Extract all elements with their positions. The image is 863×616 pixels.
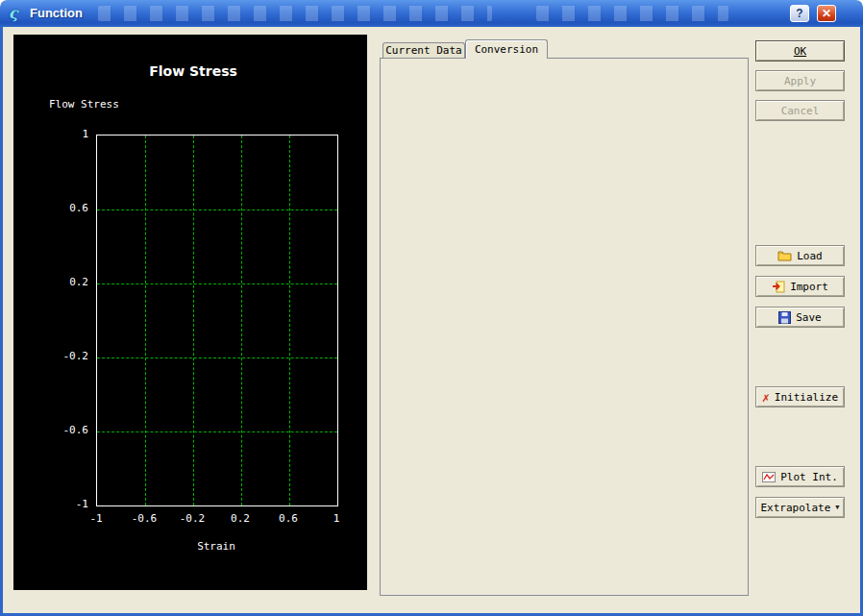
gridline xyxy=(193,136,194,505)
import-label: Import xyxy=(790,281,828,293)
close-button[interactable]: ✕ xyxy=(817,5,836,22)
chevron-down-icon: ▼ xyxy=(835,504,839,511)
x-tick-label: 0.6 xyxy=(267,512,309,525)
plot-title: Flow Stress xyxy=(67,63,319,79)
window-title: Function xyxy=(30,6,83,20)
plot-y-axis-label: Flow Stress xyxy=(49,98,119,111)
y-tick-label: -1 xyxy=(40,498,88,511)
function-dialog: ς Function ? ✕ Flow Stress Flow Stress 1… xyxy=(0,0,863,616)
y-tick-label: 1 xyxy=(40,128,88,141)
load-button[interactable]: Load xyxy=(755,245,845,266)
app-icon: ς xyxy=(9,5,25,21)
gridline xyxy=(97,283,337,284)
initialize-label: Initialize xyxy=(775,391,838,404)
flow-stress-plot: Flow Stress Flow Stress 1 0.6 0.2 -0.2 -… xyxy=(13,35,367,590)
y-tick-label: -0.6 xyxy=(40,424,88,437)
window-border xyxy=(0,27,3,616)
extrapolate-button[interactable]: Extrapolate ▼ xyxy=(755,497,845,518)
titlebar-ghost-icons xyxy=(98,6,492,21)
red-x-icon: ✗ xyxy=(762,391,770,404)
plot-interpolation-button[interactable]: Plot Int. xyxy=(755,466,845,487)
ok-label: OK xyxy=(794,45,806,58)
titlebar[interactable]: ς Function ? ✕ xyxy=(0,0,863,27)
x-tick-label: -0.6 xyxy=(123,512,165,525)
load-label: Load xyxy=(797,250,823,262)
gridline xyxy=(97,431,337,432)
x-tick-label: 0.2 xyxy=(219,512,261,525)
apply-label: Apply xyxy=(784,75,816,87)
cancel-label: Cancel xyxy=(781,105,820,117)
import-icon xyxy=(772,281,785,293)
gridline xyxy=(97,209,337,210)
ok-button[interactable]: OK xyxy=(755,40,845,62)
initialize-button[interactable]: ✗ Initialize xyxy=(755,386,845,407)
cancel-button[interactable]: Cancel xyxy=(755,100,845,121)
tab-current-data[interactable]: Current Data xyxy=(382,42,465,58)
help-button[interactable]: ? xyxy=(790,5,809,22)
folder-icon xyxy=(777,250,792,261)
plot-int-label: Plot Int. xyxy=(780,471,838,483)
plot-x-axis-label: Strain xyxy=(96,540,336,553)
x-tick-label: -1 xyxy=(75,512,117,525)
y-tick-label: -0.2 xyxy=(40,350,88,363)
plot-axes xyxy=(96,135,338,506)
gridline xyxy=(97,357,337,358)
x-tick-label: -0.2 xyxy=(171,512,213,525)
save-label: Save xyxy=(796,311,822,324)
import-button[interactable]: Import xyxy=(755,276,845,297)
tab-conversion[interactable]: Conversion xyxy=(465,39,548,59)
x-tick-label: 1 xyxy=(315,512,358,525)
apply-button[interactable]: Apply xyxy=(755,70,845,91)
save-button[interactable]: Save xyxy=(755,307,845,328)
gridline xyxy=(289,136,290,505)
floppy-disk-icon xyxy=(778,311,791,324)
y-tick-label: 0.6 xyxy=(40,202,88,215)
titlebar-ghost-icons xyxy=(536,6,728,21)
y-tick-label: 0.2 xyxy=(40,276,88,289)
gridline xyxy=(241,136,242,505)
plot-icon xyxy=(762,472,776,482)
conversion-tab-panel xyxy=(380,58,749,596)
gridline xyxy=(145,136,146,505)
extrapolate-label: Extrapolate xyxy=(760,502,830,514)
